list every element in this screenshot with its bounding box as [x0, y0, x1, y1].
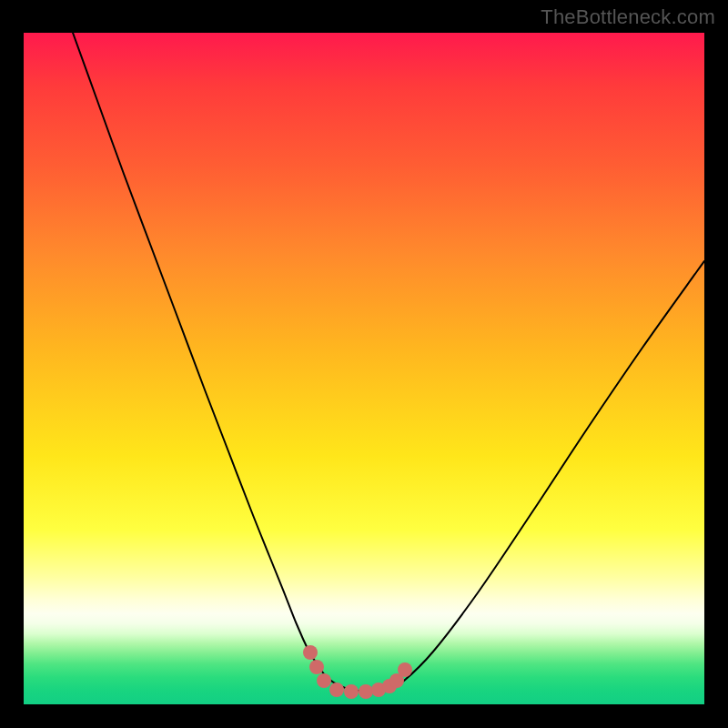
marker-group [303, 645, 412, 699]
curve-line [73, 33, 704, 692]
marker-dot [359, 684, 373, 699]
plot-area [24, 33, 704, 704]
curve-svg [24, 33, 704, 704]
marker-dot [398, 662, 412, 677]
marker-dot [344, 684, 359, 699]
marker-dot [329, 682, 344, 697]
marker-dot [317, 673, 331, 688]
marker-dot [303, 645, 318, 660]
chart-frame: TheBottleneck.com [0, 0, 728, 728]
watermark-text: TheBottleneck.com [541, 5, 715, 29]
marker-dot [309, 660, 324, 674]
